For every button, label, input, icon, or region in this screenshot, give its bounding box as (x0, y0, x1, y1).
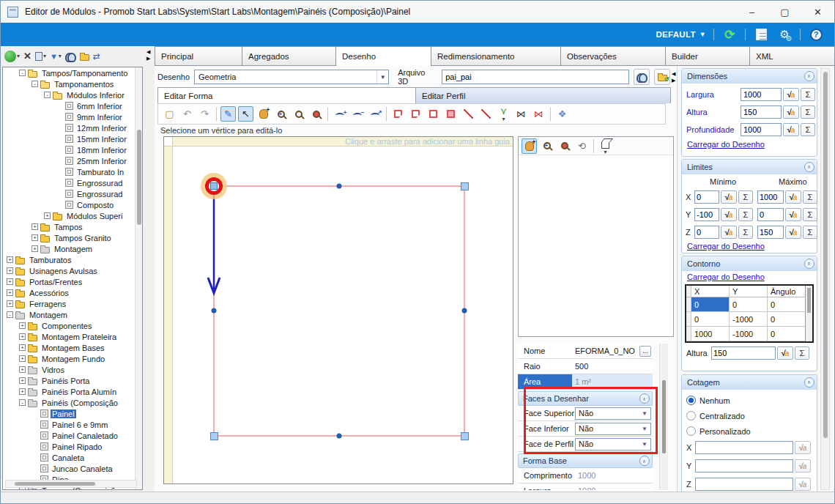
sigma-button[interactable]: Σ (801, 88, 815, 101)
tree-item[interactable]: Painel Canaletado (3, 430, 142, 441)
formula-button[interactable]: √a (721, 190, 737, 204)
relations-button[interactable]: ⇄ (92, 49, 101, 64)
expand-icon[interactable]: + (7, 256, 13, 263)
undo-button[interactable]: ↶ (179, 106, 195, 122)
tree-item[interactable]: +Tampos Granito (3, 232, 142, 243)
orbit-button[interactable]: ⟲ (574, 138, 590, 154)
cotagem-header[interactable]: Cotagem « (682, 375, 817, 390)
face-select[interactable]: Não▼ (575, 407, 651, 420)
properties-scrollbar[interactable] (659, 344, 668, 490)
expand-icon[interactable]: + (19, 322, 26, 329)
radio-icon[interactable] (686, 411, 696, 420)
tab-principal[interactable]: Principal (155, 46, 242, 65)
search-button[interactable] (64, 49, 77, 64)
formula-button[interactable]: √a (783, 88, 799, 101)
expand-icon[interactable]: + (31, 245, 38, 252)
table-cell[interactable]: -1000 (730, 312, 768, 326)
remove-vertex-button[interactable]: − (349, 106, 365, 122)
sigma-button[interactable]: Σ (801, 123, 815, 136)
tree-item[interactable]: Painel 6 e 9mm (3, 419, 142, 430)
maximize-button[interactable]: ▢ (768, 1, 801, 23)
largura-input[interactable] (741, 88, 782, 101)
sigma-button[interactable]: Σ (738, 190, 753, 204)
tab-editar-forma[interactable]: Editar Forma (158, 88, 416, 103)
drawing-canvas[interactable]: Clique e arraste para adicionar uma linh… (163, 136, 513, 484)
zoom-out-button[interactable] (308, 106, 324, 122)
tree-item[interactable]: Composto (3, 199, 142, 210)
tree-item[interactable]: Painel (3, 408, 142, 419)
expand-icon[interactable]: + (7, 300, 13, 307)
altura-input[interactable] (711, 346, 776, 360)
tree-item[interactable]: 25mm Inferior (3, 155, 142, 166)
expand-icon[interactable]: + (7, 267, 13, 274)
tree-item[interactable]: +Montagem Bases (3, 342, 142, 353)
face-corner-button[interactable] (426, 106, 441, 122)
profundidade-input[interactable] (741, 123, 782, 136)
z-input[interactable] (695, 478, 793, 491)
profile-dropdown[interactable]: DEFAULT ▼ (656, 30, 707, 39)
tree-item[interactable]: +Módulos Superi (3, 210, 142, 221)
tree-vertical-scrollbar[interactable] (135, 67, 142, 489)
table-cell[interactable]: 1000 (691, 327, 730, 341)
trim-line-button[interactable] (461, 106, 476, 122)
z-max-input[interactable] (757, 226, 784, 239)
settings-button[interactable]: ⚙ (776, 26, 793, 42)
new-button[interactable]: ▢ (162, 106, 177, 122)
tab-editar-perfil[interactable]: Editar Perfil (416, 88, 670, 103)
tree-item[interactable]: +Montagem (3, 243, 142, 254)
tree-horizontal-scrollbar[interactable] (5, 480, 137, 488)
face-cut-bottom-button[interactable] (408, 106, 423, 122)
sigma-button[interactable]: Σ (738, 226, 753, 239)
tab-desenho[interactable]: Desenho (336, 46, 431, 67)
tree-item[interactable]: -Montagem (3, 309, 142, 320)
x-input[interactable] (695, 441, 793, 454)
help-button[interactable]: ? (808, 26, 824, 42)
carregar-desenho-link[interactable]: Carregar do Desenho (682, 242, 765, 251)
tree-item[interactable]: +Montagem Prateleira (3, 331, 142, 342)
collapse-icon[interactable]: « (804, 259, 814, 269)
formula-button[interactable]: √a (721, 226, 737, 239)
tree-item[interactable]: Engrossurad (3, 177, 142, 188)
table-cell[interactable]: -1000 (730, 327, 768, 341)
tree-item[interactable]: Canaleta (3, 452, 142, 463)
refresh-button[interactable]: ⟳ (721, 26, 738, 42)
tree-item[interactable]: Engrossurad (3, 188, 142, 199)
table-cell[interactable]: 0 (768, 297, 805, 311)
form-button[interactable] (753, 26, 769, 42)
x-min-input[interactable] (694, 190, 719, 204)
table-cell[interactable]: 0 (768, 341, 805, 343)
table-cell[interactable]: 0 (691, 297, 730, 311)
carregar-desenho-link[interactable]: Carregar do Desenho (682, 140, 765, 149)
copy-button[interactable]: ▾ (34, 49, 47, 64)
arquivo-3d-input[interactable] (442, 70, 629, 84)
formula-button[interactable]: √a (785, 208, 801, 221)
expand-icon[interactable]: + (19, 333, 26, 340)
tree-item[interactable]: -Painéis (Composição (3, 397, 142, 408)
tree-item[interactable]: 18mm Inferior (3, 144, 142, 155)
cotagem-option-nenhum[interactable]: Nenhum (682, 396, 817, 405)
table-scrollbar[interactable] (805, 286, 812, 341)
search-button[interactable] (634, 69, 650, 85)
tab-xml[interactable]: XML (750, 46, 835, 65)
ellipsis-button[interactable]: ... (639, 346, 651, 357)
cotagem-option-personalizado[interactable]: Personalizado (682, 426, 817, 436)
formula-button[interactable]: √a (795, 441, 811, 454)
panel-splitter[interactable]: ◀▶ (672, 71, 675, 83)
limites-header[interactable]: Limites « (682, 160, 817, 174)
y-max-input[interactable] (757, 208, 784, 221)
cotagem-option-centralizado[interactable]: Centralizado (682, 411, 817, 420)
tree-item[interactable]: 6mm Inferior (3, 100, 142, 111)
sigma-button[interactable]: Σ (803, 190, 817, 204)
y-input[interactable] (695, 459, 793, 472)
collapse-icon[interactable]: - (19, 399, 26, 406)
carregar-desenho-link[interactable]: Carregar do Desenho (682, 273, 765, 281)
property-row[interactable]: Comprimento1000 (518, 468, 653, 483)
contorno-header[interactable]: Contorno « (682, 256, 817, 271)
tab-redimensionamento[interactable]: Redimensionamento (431, 46, 561, 65)
collapse-icon[interactable]: - (31, 81, 38, 87)
sigma-button[interactable]: Σ (738, 208, 753, 221)
tree-item[interactable]: Juncao Canaleta (3, 463, 142, 474)
formula-button[interactable]: √a (721, 208, 737, 221)
expand-icon[interactable]: + (19, 388, 26, 395)
geometry-select[interactable]: Geometria ▼ (194, 70, 389, 84)
